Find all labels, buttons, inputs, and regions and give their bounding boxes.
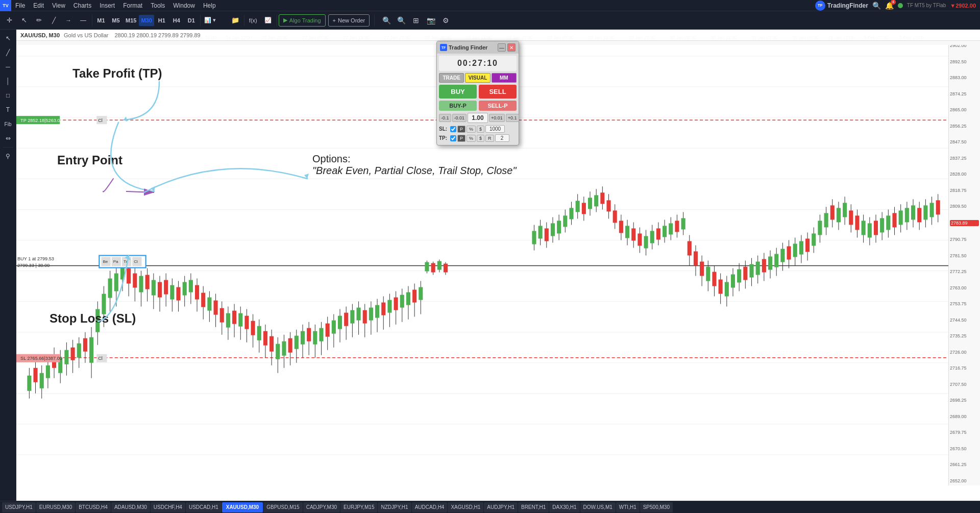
menu-file[interactable]: File <box>11 0 29 11</box>
svg-rect-263 <box>868 223 872 237</box>
tab-dowus[interactable]: DOW.US,M1 <box>580 502 616 512</box>
tf-sl-checkbox[interactable] <box>450 126 456 132</box>
menu-window[interactable]: Window <box>169 0 199 11</box>
tf-tp-mode-pct[interactable]: % <box>467 135 476 142</box>
tf-size-minus-big[interactable]: -0.1 <box>439 114 451 122</box>
svg-rect-113 <box>319 328 323 341</box>
tf-buy-btn[interactable]: BUY <box>439 85 477 99</box>
menu-tools[interactable]: Tools <box>146 0 169 11</box>
svg-rect-25 <box>46 365 50 378</box>
crosshair-tool[interactable]: ✛ <box>2 13 16 28</box>
tf-widget-header[interactable]: TF Trading Finder — ✕ <box>437 41 519 54</box>
tab-btcusd[interactable]: BTCUSD,H4 <box>76 502 111 512</box>
tf-buyp-btn[interactable]: BUY-P <box>439 101 477 111</box>
tab-usdcad[interactable]: USDCAD,H1 <box>186 502 222 512</box>
tf-sl-mode-dollar[interactable]: $ <box>477 126 484 133</box>
svg-rect-181 <box>613 210 617 223</box>
tab-adausd[interactable]: ADAUSD,M30 <box>111 502 150 512</box>
menu-insert[interactable]: Insert <box>95 0 119 11</box>
tab-brent[interactable]: BRENT,H1 <box>518 502 549 512</box>
arrow-tool[interactable]: ↖ <box>17 13 31 28</box>
menu-edit[interactable]: Edit <box>29 0 48 11</box>
tab-dax30[interactable]: DAX30,H1 <box>549 502 579 512</box>
tab-wti[interactable]: WTI,H1 <box>616 502 640 512</box>
tf-tab-visual[interactable]: VISUAL <box>465 73 490 83</box>
svg-rect-19 <box>27 376 31 391</box>
tf-tp-mode-dollar[interactable]: $ <box>477 135 484 142</box>
tf-minimize-btn[interactable]: — <box>498 43 506 52</box>
ray-tool[interactable]: → <box>61 13 76 28</box>
grid-btn[interactable]: ⊞ <box>409 13 423 28</box>
tab-eurjpy[interactable]: EURJPY,M15 <box>340 502 377 512</box>
draw-rect-tool[interactable]: □ <box>2 89 15 102</box>
algo-trading-btn[interactable]: ▶ Algo Trading <box>279 14 326 27</box>
tf-size-plus-big[interactable]: +0.1 <box>506 114 519 122</box>
tf-sl-mode-p[interactable]: P <box>457 126 465 133</box>
tab-cadjpy[interactable]: CADJPY,M30 <box>303 502 340 512</box>
tf-close-btn[interactable]: ✕ <box>507 43 516 52</box>
draw-vline-tool[interactable]: │ <box>2 75 15 88</box>
draw-hline-tool[interactable]: ─ <box>2 60 15 74</box>
search-icon[interactable]: 🔍 <box>872 2 881 10</box>
tab-nzdjpy[interactable]: NZDJPY,H1 <box>378 502 411 512</box>
cursor-tool[interactable]: ↖ <box>2 32 15 45</box>
tab-gbpusd[interactable]: GBPUSD,M15 <box>263 502 302 512</box>
svg-rect-135 <box>387 300 391 313</box>
tab-audcad[interactable]: AUDCAD,H4 <box>412 502 448 512</box>
indicator-tool[interactable]: f(x) <box>246 13 260 28</box>
price-level: 2847.50 <box>950 139 979 144</box>
price-level: 2735.25 <box>950 333 979 338</box>
tf-sl-mode-pct[interactable]: % <box>467 126 476 133</box>
tab-audjpy[interactable]: AUDJPY,H1 <box>484 502 518 512</box>
tf-tp-mode-r[interactable]: R <box>485 135 494 142</box>
tab-xagusd[interactable]: XAGUSD,H1 <box>448 502 483 512</box>
tf-tp-value[interactable] <box>495 134 509 142</box>
zoom-out-btn[interactable]: 🔍 <box>394 13 408 28</box>
tf-tp-checkbox[interactable] <box>450 135 456 141</box>
template-btn[interactable]: 📁 <box>228 13 242 28</box>
tf-m15[interactable]: M15 <box>124 15 138 26</box>
tf-m1[interactable]: M1 <box>94 15 108 26</box>
draw-line-tool[interactable]: ╱ <box>2 46 15 59</box>
tab-eurusd[interactable]: EURUSD,M30 <box>36 502 75 512</box>
magnet-tool[interactable]: ⚲ <box>2 150 15 163</box>
fib-tool[interactable]: Fib <box>2 117 15 131</box>
svg-rect-223 <box>743 267 747 280</box>
chart-type-selector[interactable]: 📊 ▾ <box>202 13 228 28</box>
tf-m30[interactable]: M30 <box>139 15 154 26</box>
draw-text-tool[interactable]: T <box>2 103 15 116</box>
tf-h4[interactable]: H4 <box>169 15 184 26</box>
price-level: 2763.00 <box>950 285 979 290</box>
tf-sellp-btn[interactable]: SELL-P <box>479 101 517 111</box>
tf-tab-mm[interactable]: MM <box>492 73 517 83</box>
tf-sell-btn[interactable]: SELL <box>479 85 517 99</box>
tf-d1[interactable]: D1 <box>184 15 199 26</box>
pencil-tool[interactable]: ✏ <box>32 13 46 28</box>
screenshot-btn[interactable]: 📷 <box>424 13 438 28</box>
hline-tool[interactable]: — <box>76 13 90 28</box>
tf-m5[interactable]: M5 <box>109 15 123 26</box>
menu-help[interactable]: Help <box>199 0 220 11</box>
alert-icon[interactable]: 🔔 4 <box>885 2 894 10</box>
tab-sp500[interactable]: SP500,M30 <box>640 502 673 512</box>
tab-usdjpy[interactable]: USDJPY,H1 <box>2 502 36 512</box>
menu-format[interactable]: Format <box>119 0 146 11</box>
tf-sl-value[interactable] <box>485 125 505 133</box>
tf-size-minus[interactable]: -0.01 <box>452 114 467 122</box>
strategy-btn[interactable]: 📈 <box>261 13 275 28</box>
menu-view[interactable]: View <box>48 0 69 11</box>
zoom-in-btn[interactable]: 🔍 <box>379 13 394 28</box>
tab-xauusd[interactable]: XAUUSD,M30 <box>222 502 263 512</box>
measure-tool[interactable]: ⇔ <box>2 132 15 145</box>
tf-tp-mode-p[interactable]: P <box>457 135 465 142</box>
tf-size-plus[interactable]: +0.01 <box>489 114 505 122</box>
tab-usdchf[interactable]: USDCHF,H4 <box>151 502 185 512</box>
tf-tab-trade[interactable]: TRADE <box>439 73 464 83</box>
line-tool[interactable]: ╱ <box>46 13 61 28</box>
svg-rect-31 <box>64 350 68 364</box>
svg-rect-147 <box>425 262 429 271</box>
new-order-btn[interactable]: + New Order <box>328 14 370 27</box>
tf-h1[interactable]: H1 <box>155 15 169 26</box>
menu-charts[interactable]: Charts <box>69 0 95 11</box>
settings-btn[interactable]: ⚙ <box>438 13 453 28</box>
